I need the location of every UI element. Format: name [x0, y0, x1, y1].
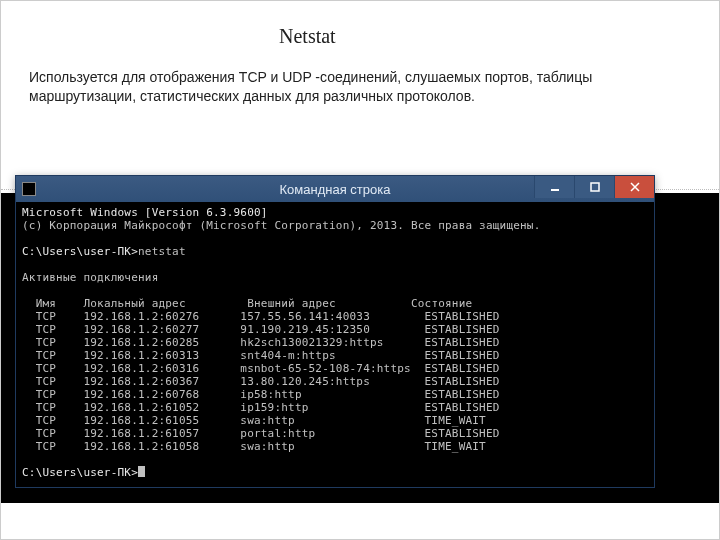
- close-button[interactable]: [614, 176, 654, 198]
- page-description: Используется для отображения TCP и UDP -…: [29, 68, 649, 106]
- connection-rows: TCP 192.168.1.2:60276 157.55.56.141:4003…: [22, 310, 648, 453]
- cursor: [138, 466, 145, 477]
- minimize-button[interactable]: [534, 176, 574, 198]
- copyright-line: (c) Корпорация Майкрософт (Microsoft Cor…: [22, 219, 541, 232]
- cmd-icon: [22, 182, 36, 196]
- window-buttons: [534, 176, 654, 198]
- maximize-button[interactable]: [574, 176, 614, 198]
- svg-rect-0: [551, 189, 559, 191]
- maximize-icon: [590, 182, 600, 192]
- prompt-2: C:\Users\user-ПК>: [22, 466, 138, 479]
- cmd-window: Командная строка Microsoft Windows [Vers…: [15, 175, 655, 488]
- minimize-icon: [550, 182, 560, 192]
- prompt-1: C:\Users\user-ПК>: [22, 245, 138, 258]
- version-line: Microsoft Windows [Version 6.3.9600]: [22, 206, 268, 219]
- entered-command: netstat: [138, 245, 186, 258]
- terminal-output[interactable]: Microsoft Windows [Version 6.3.9600] (c)…: [16, 202, 654, 487]
- active-connections-header: Активные подключения: [22, 271, 158, 284]
- slide: Netstat Используется для отображения TCP…: [0, 0, 720, 540]
- table-header-row: Имя Локальный адрес Внешний адрес Состоя…: [22, 297, 472, 310]
- svg-rect-1: [591, 183, 599, 191]
- close-icon: [630, 182, 640, 192]
- window-titlebar[interactable]: Командная строка: [16, 176, 654, 202]
- page-title: Netstat: [279, 25, 691, 48]
